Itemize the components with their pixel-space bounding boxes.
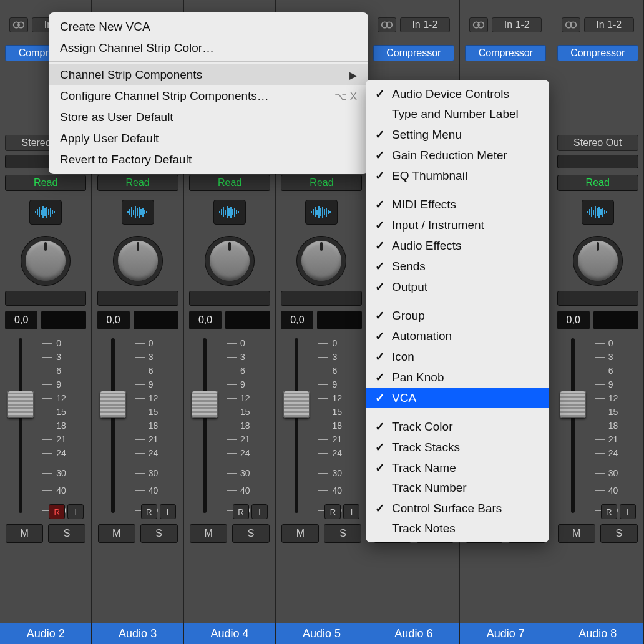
fader-cap[interactable] [560, 391, 586, 418]
fader-value[interactable]: 0,0 [5, 311, 37, 329]
submenu-item[interactable]: ✓Pan Knob [366, 367, 549, 388]
output-slot[interactable]: Stereo Out [557, 135, 638, 151]
record-enable-button[interactable]: R [324, 504, 341, 519]
record-enable-button[interactable]: R [233, 504, 249, 519]
submenu-item[interactable]: ✓Input / Instrument [366, 215, 549, 235]
vca-slot[interactable] [281, 291, 362, 306]
input-label[interactable]: In 1-2 [400, 17, 450, 32]
submenu-item[interactable]: ✓Group [366, 305, 549, 326]
track-icon[interactable] [29, 200, 62, 225]
input-label[interactable]: In 1-2 [492, 17, 542, 32]
menu-item[interactable]: Assign Channel Strip Color… [49, 37, 368, 59]
fader-track[interactable] [19, 338, 22, 513]
pan-knob[interactable] [205, 236, 255, 286]
fader-value[interactable]: 0,0 [189, 311, 222, 329]
input-monitor-button[interactable]: I [620, 504, 636, 519]
record-enable-button[interactable]: R [49, 504, 65, 519]
mute-button[interactable]: M [98, 524, 135, 543]
fader-track[interactable] [203, 338, 207, 513]
mute-button[interactable]: M [281, 524, 319, 543]
fader-cap[interactable] [192, 391, 218, 418]
input-label[interactable]: In 1-2 [584, 17, 634, 32]
menu-item[interactable]: Channel Strip Components▶ [49, 64, 368, 85]
fader-value[interactable]: 0,0 [281, 311, 313, 329]
pan-knob[interactable] [573, 236, 623, 286]
submenu-item[interactable]: ✓Track Color [366, 416, 549, 437]
pan-knob[interactable] [296, 236, 346, 286]
stereo-link-icon[interactable] [469, 17, 488, 32]
submenu-item[interactable]: ✓Setting Menu [366, 124, 549, 145]
track-name[interactable]: Audio 6 [368, 623, 459, 644]
vca-slot[interactable] [5, 291, 86, 306]
submenu-item[interactable]: ✓Output [366, 276, 549, 297]
group-slot[interactable] [557, 155, 638, 168]
menu-item[interactable]: Revert to Factory Default [49, 149, 368, 170]
solo-button[interactable]: S [600, 524, 638, 543]
submenu-item[interactable]: ✓Sends [366, 256, 549, 276]
context-menu[interactable]: Create New VCAAssign Channel Strip Color… [49, 12, 368, 174]
fader-cap[interactable] [283, 391, 310, 418]
submenu-item[interactable]: ✓Track Name [366, 457, 549, 478]
vca-slot[interactable] [189, 291, 270, 306]
submenu-item[interactable]: Track Notes [366, 519, 549, 539]
insert-compressor[interactable]: Compressor [465, 45, 546, 61]
fader-cap[interactable] [7, 391, 34, 418]
fader-value[interactable]: 0,0 [97, 311, 130, 329]
input-monitor-button[interactable]: I [251, 504, 268, 519]
insert-compressor[interactable]: Compressor [373, 45, 454, 61]
menu-item[interactable]: Store as User Default [49, 107, 368, 128]
pan-knob[interactable] [21, 236, 71, 286]
stereo-link-icon[interactable] [9, 17, 28, 32]
track-icon[interactable] [305, 200, 338, 225]
track-icon[interactable] [122, 200, 154, 225]
solo-button[interactable]: S [140, 524, 178, 543]
submenu-item[interactable]: Track Number [366, 478, 549, 498]
menu-item[interactable]: Configure Channel Strip Components…⌥ X [49, 85, 368, 107]
submenu-item[interactable]: ✓MIDI Effects [366, 194, 549, 215]
submenu-item[interactable]: ✓Gain Reduction Meter [366, 145, 549, 165]
fader-cap[interactable] [100, 391, 126, 418]
submenu-item[interactable]: ✓Control Surface Bars [366, 498, 549, 519]
solo-button[interactable]: S [324, 524, 361, 543]
automation-mode-button[interactable]: Read [189, 175, 270, 191]
record-enable-button[interactable]: R [141, 504, 157, 519]
submenu-item[interactable]: ✓Audio Effects [366, 235, 549, 256]
vca-slot[interactable] [97, 291, 178, 306]
stereo-link-icon[interactable] [562, 17, 580, 32]
automation-mode-button[interactable]: Read [97, 175, 178, 191]
pan-knob[interactable] [113, 236, 163, 286]
fader-track[interactable] [111, 338, 115, 513]
fader-track[interactable] [571, 338, 575, 513]
menu-item[interactable]: Apply User Default [49, 128, 368, 149]
submenu-channel-strip-components[interactable]: ✓Audio Device ControlsType and Number La… [366, 80, 549, 542]
submenu-item[interactable]: ✓Icon [366, 346, 549, 367]
mute-button[interactable]: M [6, 524, 43, 543]
input-monitor-button[interactable]: I [343, 504, 359, 519]
submenu-item[interactable]: ✓EQ Thumbnail [366, 165, 549, 186]
input-monitor-button[interactable]: I [160, 504, 176, 519]
mute-button[interactable]: M [190, 524, 227, 543]
track-name[interactable]: Audio 7 [460, 623, 551, 644]
vca-slot[interactable] [557, 291, 638, 306]
automation-mode-button[interactable]: Read [557, 175, 638, 191]
solo-button[interactable]: S [232, 524, 270, 543]
track-name[interactable]: Audio 5 [276, 623, 367, 644]
mute-button[interactable]: M [558, 524, 595, 543]
submenu-item[interactable]: ✓Audio Device Controls [366, 84, 549, 104]
automation-mode-button[interactable]: Read [281, 175, 362, 191]
record-enable-button[interactable]: R [601, 504, 617, 519]
input-monitor-button[interactable]: I [67, 504, 84, 519]
menu-item[interactable]: Create New VCA [49, 16, 368, 37]
submenu-item[interactable]: ✓Automation [366, 326, 549, 346]
track-name[interactable]: Audio 3 [92, 623, 183, 644]
track-icon[interactable] [582, 200, 614, 225]
fader-track[interactable] [295, 338, 298, 513]
stereo-link-icon[interactable] [378, 17, 396, 32]
track-name[interactable]: Audio 4 [184, 623, 275, 644]
insert-compressor[interactable]: Compressor [557, 45, 638, 61]
submenu-item[interactable]: ✓Track Stacks [366, 437, 549, 457]
fader-value[interactable]: 0,0 [557, 311, 590, 329]
track-name[interactable]: Audio 2 [0, 623, 91, 644]
submenu-item[interactable]: Type and Number Label [366, 104, 549, 124]
track-name[interactable]: Audio 8 [552, 623, 643, 644]
